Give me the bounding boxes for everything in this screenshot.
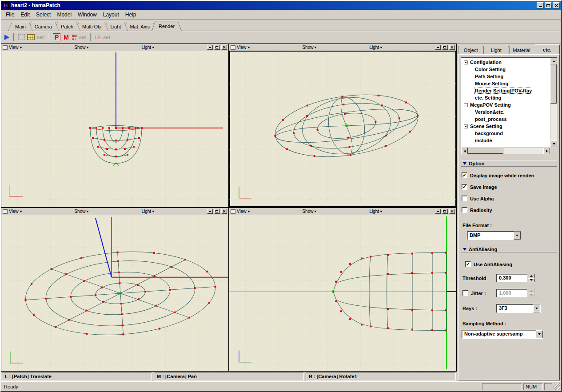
- dropdown-button[interactable]: [536, 330, 543, 338]
- viewport-minimize-button[interactable]: [435, 45, 441, 50]
- view-menu[interactable]: View: [237, 209, 250, 214]
- viewport-close-button[interactable]: [221, 209, 227, 214]
- tree-item-background[interactable]: background: [463, 130, 550, 137]
- menu-layout[interactable]: Layout: [100, 10, 122, 19]
- minimize-icon: [539, 6, 542, 7]
- tree-item-scene-setting[interactable]: Scene Setting: [463, 123, 550, 130]
- menu-file[interactable]: File: [3, 10, 17, 19]
- tree-item-color-setting[interactable]: Color Setting: [463, 66, 550, 73]
- lf-button[interactable]: LF: [95, 35, 101, 40]
- tree-item-include[interactable]: include: [463, 137, 550, 144]
- viewport-type-icon: [231, 209, 235, 214]
- light-menu[interactable]: Light: [141, 209, 155, 214]
- viewport-maximize-button[interactable]: [214, 45, 220, 50]
- viewport-maximize-button[interactable]: [214, 209, 220, 214]
- rays-select[interactable]: 3Γ3: [496, 304, 541, 313]
- viewport-close-button[interactable]: [449, 45, 455, 50]
- menu-help[interactable]: Help: [122, 10, 140, 19]
- view-menu[interactable]: View: [9, 209, 22, 214]
- threshold-field[interactable]: 0.300: [496, 274, 527, 282]
- dropdown-button[interactable]: [514, 232, 521, 240]
- scroll-track[interactable]: [468, 148, 543, 154]
- use-antialiasing-checkbox[interactable]: ✓: [465, 261, 471, 267]
- threshold-spinner[interactable]: [528, 274, 535, 282]
- show-menu[interactable]: Show: [302, 45, 317, 50]
- view-menu[interactable]: View: [9, 45, 22, 50]
- viewport-close-button[interactable]: [221, 45, 227, 50]
- viewport-canvas-top[interactable]: [1, 215, 228, 371]
- antialiasing-section-header[interactable]: AntiAliasing: [461, 246, 557, 252]
- tab-object[interactable]: Object: [458, 46, 483, 54]
- menu-model[interactable]: Model: [54, 10, 75, 19]
- show-menu[interactable]: Show: [302, 209, 317, 214]
- collapse-icon[interactable]: [464, 60, 468, 64]
- render-play-button[interactable]: [4, 35, 9, 40]
- tree-item-version-etc[interactable]: Version&etc.: [463, 108, 550, 116]
- tree-item-post-process[interactable]: post_process: [463, 116, 550, 123]
- spin-down-button[interactable]: [528, 278, 535, 283]
- scroll-track[interactable]: [550, 64, 557, 140]
- scroll-down-button[interactable]: [550, 140, 557, 147]
- resize-grip[interactable]: [554, 383, 560, 390]
- viewport-close-button[interactable]: [449, 209, 455, 214]
- light-menu[interactable]: Light: [369, 209, 383, 214]
- sampling-method-select[interactable]: Non-adaptive supersamp: [462, 330, 543, 339]
- viewport-maximize-button[interactable]: [442, 209, 448, 214]
- collapse-icon[interactable]: [464, 103, 468, 107]
- megapov-button[interactable]: M: [63, 34, 70, 41]
- scroll-thumb[interactable]: [550, 64, 557, 104]
- tree-vertical-scrollbar[interactable]: [550, 58, 557, 147]
- tree-item-mouse-setting[interactable]: Mouse Setting: [463, 80, 550, 87]
- close-button[interactable]: [553, 2, 560, 8]
- tree-item-megapov-setting[interactable]: MegaPOV Setting: [463, 101, 550, 108]
- minimize-button[interactable]: [537, 2, 544, 8]
- show-menu[interactable]: Show: [74, 209, 89, 214]
- tree-item-etc-setting[interactable]: etc. Setting: [463, 94, 550, 101]
- tab-main[interactable]: Main: [8, 22, 33, 31]
- light-menu[interactable]: Light: [141, 45, 155, 50]
- viewport-minimize-button[interactable]: [207, 209, 213, 214]
- viewport-canvas-perspective[interactable]: [229, 51, 456, 207]
- tab-material[interactable]: Material: [509, 46, 534, 54]
- scroll-up-button[interactable]: [550, 58, 557, 64]
- tree-item-path-setting[interactable]: Path Setting: [463, 73, 550, 80]
- menu-edit[interactable]: Edit: [17, 10, 33, 19]
- viewport-minimize-button[interactable]: [207, 45, 213, 50]
- tab-light[interactable]: Light: [483, 46, 509, 54]
- tree-item-render-setting[interactable]: Render Setting[POV-Ray: [463, 87, 550, 94]
- menu-select[interactable]: Select: [33, 10, 54, 19]
- use-alpha-checkbox[interactable]: [462, 196, 467, 201]
- display-image-checkbox[interactable]: ✓: [462, 172, 467, 178]
- option-section-header[interactable]: Option: [461, 160, 557, 167]
- dropdown-arrow-icon: [314, 47, 317, 48]
- scroll-right-button[interactable]: [543, 148, 550, 154]
- viewport-canvas-side[interactable]: [229, 215, 456, 371]
- view-menu[interactable]: View: [237, 45, 250, 50]
- tree-horizontal-scrollbar[interactable]: [461, 147, 550, 154]
- tree-item-configulation[interactable]: Configulation: [463, 59, 550, 66]
- bm-rt-button[interactable]: BM RT: [72, 34, 77, 40]
- show-menu[interactable]: Show: [74, 45, 89, 50]
- collapse-icon[interactable]: [464, 124, 468, 128]
- viewport-minimize-button[interactable]: [435, 209, 441, 214]
- radiosity-checkbox[interactable]: [462, 207, 467, 213]
- file-format-label: File Format :: [462, 223, 556, 228]
- light-menu[interactable]: Light: [369, 45, 383, 50]
- scroll-thumb[interactable]: [468, 148, 503, 154]
- maximize-button[interactable]: [545, 2, 552, 8]
- viewport-canvas-front[interactable]: [1, 51, 228, 207]
- dropdown-button[interactable]: [533, 304, 540, 312]
- spin-up-button[interactable]: [528, 274, 535, 278]
- viewport-maximize-button[interactable]: [442, 45, 448, 50]
- menu-window[interactable]: Window: [75, 10, 100, 19]
- scroll-left-button[interactable]: [461, 148, 468, 154]
- render-grid-icon[interactable]: [27, 34, 35, 40]
- tab-etc[interactable]: etc.: [534, 44, 560, 54]
- dropdown-arrow-icon: [314, 211, 317, 212]
- jitter-checkbox[interactable]: [462, 290, 468, 296]
- pov-button[interactable]: P: [53, 33, 60, 41]
- save-image-checkbox[interactable]: ✓: [462, 184, 467, 190]
- file-format-select[interactable]: BMP: [467, 231, 521, 240]
- tab-render[interactable]: Render: [151, 21, 182, 31]
- marquee-select-icon[interactable]: [18, 34, 25, 40]
